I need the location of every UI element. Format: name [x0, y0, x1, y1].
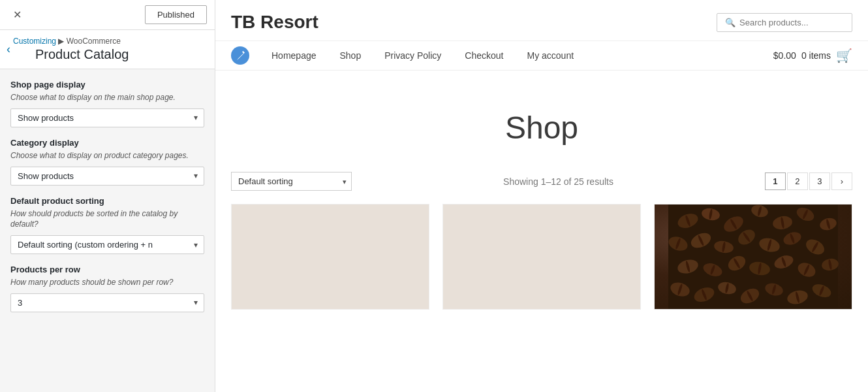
- products-per-row-heading: Products per row: [10, 265, 204, 274]
- breadcrumb: Customizing ▶ WooCommerce: [13, 37, 129, 46]
- product-card-2[interactable]: [442, 204, 641, 310]
- products-per-row-select[interactable]: 3 4 5: [10, 293, 204, 312]
- page-next-button[interactable]: ›: [831, 172, 852, 190]
- page-1-button[interactable]: 1: [765, 172, 786, 190]
- product-image-coffee: [655, 204, 852, 309]
- category-display-select[interactable]: Show products Show categories Show categ…: [10, 167, 204, 186]
- nav-homepage[interactable]: Homepage: [260, 41, 328, 70]
- cart-area: $0.00 0 items 🛒: [773, 48, 852, 63]
- edit-pencil-button[interactable]: [231, 46, 249, 65]
- breadcrumb-woocommerce[interactable]: WooCommerce: [67, 37, 121, 46]
- products-grid: [215, 204, 868, 325]
- shop-page-display-desc: Choose what to display on the main shop …: [10, 92, 204, 103]
- panel-content: Shop page display Choose what to display…: [0, 69, 215, 392]
- default-sorting-heading: Default product sorting: [10, 196, 204, 206]
- page-3-button[interactable]: 3: [809, 172, 830, 190]
- product-card-3[interactable]: [654, 204, 852, 310]
- shop-page-display-heading: Shop page display: [10, 80, 204, 90]
- nav-my-account[interactable]: My account: [516, 41, 586, 70]
- default-sorting-select[interactable]: Default sorting (custom ordering + n Sor…: [10, 235, 204, 254]
- published-button[interactable]: Published: [145, 5, 207, 24]
- site-header: TB Resort 🔍: [215, 0, 868, 41]
- main-content: Shop Default sorting Sort by popularity …: [215, 71, 868, 392]
- cart-amount: $0.00: [773, 50, 796, 61]
- sorting-select[interactable]: Default sorting Sort by popularity Sort …: [231, 172, 352, 191]
- nav-privacy-policy[interactable]: Privacy Policy: [373, 41, 453, 70]
- pencil-icon: [236, 51, 245, 60]
- nav-checkout[interactable]: Checkout: [453, 41, 515, 70]
- preview-panel: TB Resort 🔍 Homepage Shop Privacy Policy…: [215, 0, 868, 392]
- results-text: Showing 1–12 of 25 results: [503, 176, 613, 187]
- coffee-beans-image: [655, 204, 852, 309]
- page-2-button[interactable]: 2: [787, 172, 808, 190]
- shop-page-display-select[interactable]: Show products Show categories Show categ…: [10, 108, 204, 127]
- top-bar: ✕ Published: [0, 0, 215, 30]
- site-title: TB Resort: [231, 12, 318, 33]
- default-sorting-desc: How should products be sorted in the cat…: [10, 208, 204, 231]
- shop-toolbar: Default sorting Sort by popularity Sort …: [215, 172, 868, 204]
- category-display-heading: Category display: [10, 138, 204, 148]
- close-button[interactable]: ✕: [8, 6, 27, 24]
- breadcrumb-area: ‹ Customizing ▶ WooCommerce Product Cata…: [0, 30, 215, 69]
- search-box[interactable]: 🔍: [717, 13, 852, 32]
- back-button[interactable]: ‹: [7, 42, 10, 56]
- products-per-row-dropdown-wrapper: 3 4 5 ▾: [10, 293, 204, 312]
- search-icon: 🔍: [725, 18, 736, 27]
- category-display-dropdown-wrapper: Show products Show categories Show categ…: [10, 167, 204, 186]
- customizer-panel: ✕ Published ‹ Customizing ▶ WooCommerce …: [0, 0, 215, 392]
- nav-bar: Homepage Shop Privacy Policy Checkout My…: [215, 41, 868, 71]
- shop-heading: Shop: [215, 110, 868, 146]
- products-per-row-desc: How many products should be shown per ro…: [10, 277, 204, 288]
- nav-shop[interactable]: Shop: [328, 41, 373, 70]
- sorting-wrapper: Default sorting Sort by popularity Sort …: [231, 172, 352, 191]
- shop-page-display-dropdown-wrapper: Show products Show categories Show categ…: [10, 108, 204, 127]
- category-display-desc: Choose what to display on product catego…: [10, 150, 204, 161]
- shop-heading-area: Shop: [215, 71, 868, 172]
- search-input[interactable]: [739, 18, 844, 27]
- breadcrumb-customizing[interactable]: Customizing: [13, 37, 56, 46]
- section-title: Product Catalog: [13, 47, 129, 62]
- product-card-1[interactable]: [231, 204, 429, 310]
- cart-items: 0 items: [801, 50, 831, 61]
- default-sorting-dropdown-wrapper: Default sorting (custom ordering + n Sor…: [10, 235, 204, 254]
- cart-icon[interactable]: 🛒: [836, 48, 852, 63]
- pagination: 1 2 3 ›: [765, 172, 852, 190]
